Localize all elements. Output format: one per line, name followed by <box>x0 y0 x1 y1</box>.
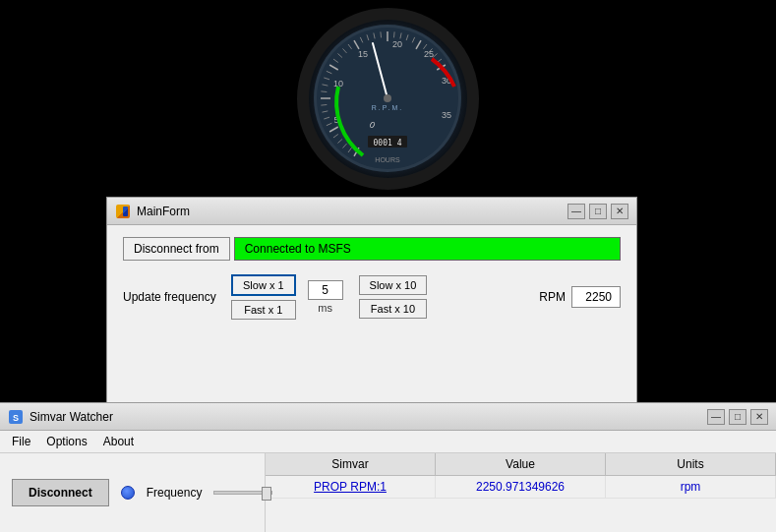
simvar-menubar: File Options About <box>0 431 776 453</box>
svg-text:0001 4: 0001 4 <box>374 139 402 148</box>
ms-container: ms <box>308 280 343 314</box>
svg-text:25: 25 <box>424 49 434 59</box>
svg-text:HOURS: HOURS <box>375 156 400 163</box>
simvar-titlebar: S Simvar Watcher — □ ✕ <box>0 403 776 431</box>
gauge-area: 0 5 10 15 20 25 30 35 R.P.M. 0001 4 HOUR… <box>0 0 776 197</box>
simvar-disconnect-button[interactable]: Disconnect <box>12 479 109 506</box>
frequency-radio-indicator <box>121 486 135 500</box>
right-freq-buttons: Slow x 10 Fast x 10 <box>359 275 428 319</box>
disconnect-from-button[interactable]: Disconnect from <box>123 237 230 261</box>
frequency-slider[interactable] <box>213 491 272 495</box>
simvar-title-icon: S <box>8 409 24 425</box>
frequency-slider-thumb[interactable] <box>262 487 271 501</box>
simvar-watcher-window: S Simvar Watcher — □ ✕ File Options Abou… <box>0 402 776 532</box>
simvar-window-controls: — □ ✕ <box>707 409 768 425</box>
simvar-units-cell: rpm <box>606 476 776 498</box>
minimize-button[interactable]: — <box>567 204 585 219</box>
simvar-minimize-button[interactable]: — <box>707 409 725 425</box>
menu-options[interactable]: Options <box>38 433 94 450</box>
table-row: PROP RPM:1 2250.971349626 rpm <box>266 476 776 499</box>
left-freq-buttons: Slow x 1 Fast x 1 <box>231 274 296 320</box>
window-controls: — □ ✕ <box>567 204 628 219</box>
connection-status-display: Connected to MSFS <box>234 237 621 261</box>
fast-x10-button[interactable]: Fast x 10 <box>359 299 428 319</box>
slow-x1-button[interactable]: Slow x 1 <box>231 274 296 296</box>
close-button[interactable]: ✕ <box>611 204 628 219</box>
col-header-units: Units <box>606 453 776 475</box>
simvar-name-cell[interactable]: PROP RPM:1 <box>266 476 436 498</box>
window-title: MainForm <box>137 205 567 218</box>
svg-text:S: S <box>13 413 19 423</box>
update-frequency-row: Update frequency Slow x 1 Fast x 1 ms Sl… <box>123 274 621 320</box>
simvar-value-cell: 2250.971349626 <box>436 476 606 498</box>
update-frequency-label: Update frequency <box>123 290 231 304</box>
menu-about[interactable]: About <box>95 433 142 450</box>
rpm-gauge: 0 5 10 15 20 25 30 35 R.P.M. 0001 4 HOUR… <box>297 8 479 190</box>
ms-label: ms <box>318 302 332 314</box>
svg-point-51 <box>384 94 391 102</box>
menu-file[interactable]: File <box>4 433 38 450</box>
window-content: Disconnect from Connected to MSFS Update… <box>107 225 636 331</box>
simvar-table: Simvar Value Units PROP RPM:1 2250.97134… <box>266 453 776 532</box>
main-form-window: MainForm — □ ✕ Disconnect from Connected… <box>106 197 637 408</box>
rpm-value-display: 2250 <box>571 286 621 308</box>
rpm-label: RPM <box>539 290 566 304</box>
simvar-maximize-button[interactable]: □ <box>729 409 746 425</box>
svg-text:35: 35 <box>442 110 451 120</box>
window-titlebar: MainForm — □ ✕ <box>107 198 636 225</box>
fast-x1-button[interactable]: Fast x 1 <box>231 300 296 320</box>
simvar-table-header: Simvar Value Units <box>266 453 776 476</box>
connection-row: Disconnect from Connected to MSFS <box>123 237 621 261</box>
simvar-body: Disconnect Frequency Simvar Value Units … <box>0 453 776 532</box>
col-header-simvar: Simvar <box>266 453 436 475</box>
gauge-svg: 0 5 10 15 20 25 30 35 R.P.M. 0001 4 HOUR… <box>309 20 467 178</box>
ms-input[interactable] <box>308 280 343 300</box>
svg-text:20: 20 <box>392 39 402 49</box>
frequency-slider-container <box>213 491 272 495</box>
slow-x10-button[interactable]: Slow x 10 <box>359 275 428 295</box>
simvar-close-button[interactable]: ✕ <box>750 409 768 425</box>
col-header-value: Value <box>436 453 606 475</box>
simvar-left-panel: Disconnect Frequency <box>0 453 266 532</box>
frequency-label: Frequency <box>147 486 203 500</box>
maximize-button[interactable]: □ <box>589 204 607 219</box>
svg-text:R.P.M.: R.P.M. <box>372 104 404 111</box>
svg-text:15: 15 <box>358 49 368 59</box>
simvar-title: Simvar Watcher <box>30 410 707 424</box>
window-title-icon <box>115 204 131 219</box>
rpm-container: RPM 2250 <box>539 286 621 308</box>
